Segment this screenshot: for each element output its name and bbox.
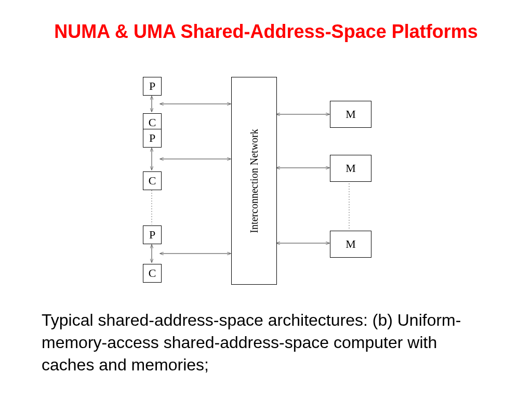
processor-box-3: P (143, 225, 162, 244)
memory-box-3: M (330, 231, 371, 258)
architecture-diagram: P C P C P C Interconnection Network M M … (138, 77, 397, 295)
slide: NUMA & UMA Shared-Address-Space Platform… (0, 0, 532, 399)
interconnection-network-box: Interconnection Network (231, 77, 277, 285)
cache-box-3: C (143, 264, 162, 283)
slide-caption: Typical shared-address-space architectur… (42, 309, 490, 377)
interconnection-network-label: Interconnection Network (248, 129, 260, 233)
memory-box-2: M (330, 155, 371, 182)
processor-box-1: P (143, 77, 162, 96)
cache-box-2: C (143, 171, 162, 190)
processor-box-2: P (143, 129, 162, 148)
memory-box-1: M (330, 101, 371, 128)
slide-title: NUMA & UMA Shared-Address-Space Platform… (42, 21, 490, 43)
